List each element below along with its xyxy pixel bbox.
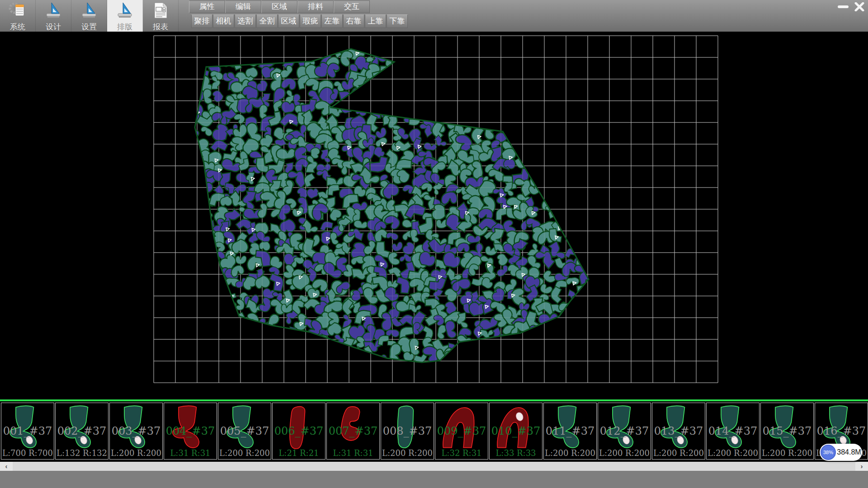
piece[interactable] [444, 79, 458, 98]
thumbnail-cell-7[interactable]: 007_#37L:31 R:31 [326, 403, 380, 460]
piece[interactable] [327, 184, 340, 196]
piece[interactable] [232, 41, 245, 57]
piece[interactable] [471, 350, 486, 367]
piece[interactable] [198, 310, 208, 328]
piece[interactable] [221, 47, 234, 59]
tool-button-0[interactable]: 聚排 [191, 14, 212, 28]
menu-item-4[interactable]: 交互 [334, 0, 370, 13]
piece[interactable] [395, 67, 410, 82]
tool-button-7[interactable]: 右靠 [343, 14, 364, 28]
piece[interactable] [266, 313, 280, 332]
piece[interactable] [205, 320, 223, 340]
piece[interactable] [193, 251, 212, 268]
piece[interactable] [387, 252, 400, 266]
piece[interactable] [354, 220, 368, 229]
piece[interactable] [444, 89, 460, 105]
piece[interactable] [478, 41, 493, 57]
thumbnail-cell-14[interactable]: 014_#37L:200 R:200 [706, 403, 760, 460]
piece[interactable] [223, 313, 237, 333]
piece[interactable] [221, 333, 238, 354]
scrollbar-track[interactable] [13, 462, 855, 471]
piece[interactable] [512, 112, 532, 131]
piece[interactable] [539, 352, 558, 366]
piece[interactable] [512, 122, 534, 143]
thumbnail-cell-6[interactable]: 006_#37L:21 R:21 [272, 403, 326, 460]
piece[interactable] [289, 331, 310, 351]
piece[interactable] [576, 87, 594, 106]
piece[interactable] [401, 241, 415, 256]
piece[interactable] [482, 63, 499, 80]
menu-item-0[interactable]: 属性 [189, 0, 225, 13]
piece[interactable] [571, 221, 587, 231]
piece[interactable] [272, 334, 292, 352]
piece[interactable] [418, 42, 432, 56]
piece[interactable] [561, 90, 576, 102]
piece[interactable] [555, 93, 569, 105]
tool-button-2[interactable]: 选割 [235, 14, 256, 28]
piece[interactable] [563, 188, 576, 196]
piece[interactable] [342, 349, 355, 367]
menu-item-2[interactable]: 区域 [261, 0, 297, 13]
piece[interactable] [504, 334, 522, 352]
piece[interactable] [489, 87, 505, 104]
piece[interactable] [549, 347, 568, 368]
tool-button-9[interactable]: 下靠 [387, 14, 408, 28]
minimize-button[interactable] [836, 2, 850, 12]
piece[interactable] [423, 87, 439, 103]
piece[interactable] [571, 184, 588, 200]
piece[interactable] [415, 100, 426, 114]
nesting-canvas[interactable] [0, 32, 868, 399]
piece[interactable] [459, 103, 474, 119]
piece[interactable] [501, 40, 516, 54]
piece[interactable] [440, 62, 460, 81]
piece[interactable] [259, 241, 271, 252]
piece[interactable] [533, 64, 544, 76]
piece[interactable] [371, 353, 387, 365]
piece[interactable] [230, 326, 247, 344]
thumbnail-cell-13[interactable]: 013_#37L:200 R:200 [652, 403, 705, 460]
piece[interactable] [184, 182, 201, 202]
piece[interactable] [272, 346, 283, 359]
piece[interactable] [398, 53, 418, 71]
piece[interactable] [509, 63, 531, 84]
launcher-report-button[interactable]: 报表 [143, 0, 179, 32]
piece[interactable] [554, 45, 569, 60]
piece[interactable] [486, 49, 508, 71]
piece[interactable] [524, 78, 541, 94]
piece[interactable] [495, 252, 509, 267]
piece[interactable] [456, 91, 472, 106]
piece[interactable] [564, 135, 585, 156]
piece[interactable] [562, 55, 576, 70]
piece[interactable] [525, 336, 548, 358]
piece[interactable] [453, 66, 473, 84]
piece[interactable] [540, 56, 556, 76]
piece[interactable] [577, 345, 586, 358]
piece[interactable] [482, 349, 497, 362]
piece[interactable] [575, 239, 588, 253]
scroll-left-button[interactable]: ‹ [0, 462, 13, 471]
piece[interactable] [576, 39, 596, 58]
piece[interactable] [292, 207, 304, 217]
piece[interactable] [255, 349, 270, 365]
piece[interactable] [577, 195, 593, 213]
thumbnail-cell-5[interactable]: 005_#37L:200 R:200 [218, 403, 271, 460]
piece[interactable] [574, 211, 591, 224]
piece[interactable] [459, 57, 476, 73]
piece[interactable] [560, 75, 582, 97]
tool-button-1[interactable]: 相机 [213, 14, 234, 28]
piece[interactable] [421, 78, 436, 89]
piece[interactable] [466, 43, 486, 62]
piece[interactable] [551, 67, 566, 82]
piece[interactable] [530, 156, 546, 173]
piece[interactable] [568, 123, 585, 143]
piece[interactable] [538, 109, 552, 122]
piece[interactable] [524, 134, 540, 152]
piece[interactable] [513, 88, 528, 104]
piece[interactable] [506, 81, 517, 94]
launcher-nesting-button[interactable]: 排版 [107, 0, 143, 32]
piece[interactable] [526, 112, 547, 127]
piece[interactable] [423, 56, 436, 68]
piece[interactable] [476, 84, 493, 101]
piece[interactable] [302, 347, 316, 358]
piece[interactable] [212, 302, 227, 311]
